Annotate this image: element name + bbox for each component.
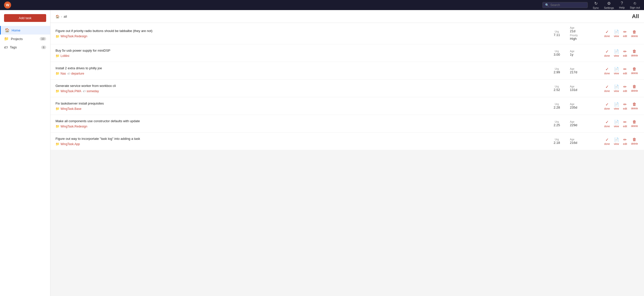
trash-icon: 🗑 <box>632 137 636 142</box>
edit-button[interactable]: ✏ edit <box>622 29 628 38</box>
edit-button[interactable]: ✏ edit <box>622 119 628 128</box>
task-age: Age 131d <box>570 85 600 92</box>
signout-button[interactable]: ⎋ Sign out <box>630 1 640 9</box>
task-row: Figure out way to incorportate "task log… <box>50 133 644 150</box>
edit-icon: ✏ <box>623 67 627 72</box>
edit-button[interactable]: ✏ edit <box>622 137 628 146</box>
task-project-link[interactable]: 📁WingTask.Redesign <box>55 35 87 38</box>
main-content: 🏠 › all All Figure out if priority radio… <box>50 10 644 296</box>
view-button[interactable]: 📄 view <box>613 119 620 128</box>
done-button[interactable]: ✓ done <box>603 84 611 93</box>
view-button[interactable]: 📄 view <box>613 84 620 93</box>
projects-badge: 10 <box>40 37 46 41</box>
task-urgency: Urg 2.25 <box>547 120 567 127</box>
task-actions: ✓ done 📄 view ✏ edit 🗑 delete <box>603 29 639 38</box>
task-row: Buy 5v usb power supply for miniDSP 📁LxM… <box>50 44 644 62</box>
task-meta: 📁WingTask.PWA 🏷someday <box>55 89 544 93</box>
task-meta: 📁WingTask.Base <box>55 107 544 111</box>
task-project-link[interactable]: 📁Nas <box>55 72 66 75</box>
edit-button[interactable]: ✏ edit <box>622 102 628 111</box>
task-title: Figure out if priority radio buttons sho… <box>55 29 544 33</box>
view-button[interactable]: 📄 view <box>613 102 620 111</box>
task-project-link[interactable]: 📁WingTask.Redesign <box>55 124 87 128</box>
done-button[interactable]: ✓ done <box>603 137 611 146</box>
trash-icon: 🗑 <box>632 67 636 71</box>
document-icon: 📄 <box>614 49 619 54</box>
tag-icon: 🏷 <box>67 72 70 75</box>
help-button[interactable]: ? Help <box>619 1 625 9</box>
delete-button[interactable]: 🗑 delete <box>630 29 639 38</box>
view-button[interactable]: 📄 view <box>613 49 620 58</box>
task-title: Make all components use constructor defa… <box>55 119 544 123</box>
trash-icon: 🗑 <box>632 102 636 107</box>
task-row: Make all components use constructor defa… <box>50 115 644 133</box>
delete-button[interactable]: 🗑 delete <box>630 137 639 146</box>
settings-button[interactable]: ⚙ Settings <box>604 1 614 9</box>
search-box[interactable]: 🔍 <box>542 2 588 8</box>
task-title: Generate service worker from workbox cli <box>55 84 544 88</box>
done-button[interactable]: ✓ done <box>603 49 611 58</box>
task-age: Age 217d <box>570 68 600 74</box>
breadcrumb-home[interactable]: 🏠 <box>55 15 60 18</box>
breadcrumb-current: all <box>64 15 67 18</box>
edit-icon: ✏ <box>623 120 627 124</box>
help-icon: ? <box>621 1 623 6</box>
folder-icon: 📁 <box>55 142 60 146</box>
done-button[interactable]: ✓ done <box>603 29 611 38</box>
edit-button[interactable]: ✏ edit <box>622 84 628 93</box>
task-tag[interactable]: 🏷someday <box>83 89 99 93</box>
task-row: Generate service worker from workbox cli… <box>50 80 644 97</box>
task-title: Fix taskdserver install prequisites <box>55 101 544 106</box>
search-input[interactable] <box>550 3 585 7</box>
gear-icon: ⚙ <box>607 1 611 6</box>
task-age: Age 216d <box>570 138 600 145</box>
home-icon: 🏠 <box>5 28 10 32</box>
sidebar-item-tags-label: Tags <box>10 45 17 49</box>
delete-button[interactable]: 🗑 delete <box>630 84 639 93</box>
view-button[interactable]: 📄 view <box>613 29 620 38</box>
checkmark-icon: ✓ <box>605 84 609 89</box>
task-urgency: Urg 2.28 <box>547 103 567 109</box>
task-meta: 📁WingTask.App <box>55 142 544 146</box>
view-button[interactable]: 📄 view <box>613 66 620 75</box>
task-project-link[interactable]: 📁WingTask.App <box>55 142 80 146</box>
document-icon: 📄 <box>614 67 619 72</box>
task-age: Age 235d <box>570 103 600 109</box>
view-button[interactable]: 📄 view <box>613 137 620 146</box>
folder-icon: 📁 <box>55 107 60 111</box>
edit-button[interactable]: ✏ edit <box>622 49 628 58</box>
sidebar-item-tags[interactable]: 🏷 Tags 6 <box>0 43 50 51</box>
task-main: Figure out if priority radio buttons sho… <box>55 29 544 38</box>
task-urgency: Urg 2.18 <box>547 138 567 145</box>
task-project-link[interactable]: 📁WingTask.Base <box>55 107 81 111</box>
delete-button[interactable]: 🗑 delete <box>630 119 639 128</box>
task-main: Generate service worker from workbox cli… <box>55 84 544 93</box>
add-task-button[interactable]: Add task <box>4 14 46 22</box>
checkmark-icon: ✓ <box>605 137 609 142</box>
sidebar-item-home[interactable]: 🏠 Home <box>0 26 50 35</box>
edit-icon: ✏ <box>623 102 627 107</box>
edit-icon: ✏ <box>623 137 627 142</box>
task-project-link[interactable]: 📁LxMini <box>55 54 69 58</box>
sidebar-item-home-label: Home <box>12 28 20 32</box>
task-main: Figure out way to incorportate "task log… <box>55 137 544 146</box>
sidebar-item-projects[interactable]: 📁 Projects 10 <box>0 35 50 43</box>
task-meta: 📁WingTask.Redesign <box>55 35 544 38</box>
projects-icon: 📁 <box>4 37 9 41</box>
sync-button[interactable]: ↻ Sync <box>593 1 599 9</box>
done-button[interactable]: ✓ done <box>603 119 611 128</box>
delete-button[interactable]: 🗑 delete <box>630 102 639 110</box>
done-button[interactable]: ✓ done <box>603 102 611 111</box>
delete-button[interactable]: 🗑 delete <box>630 66 639 75</box>
checkmark-icon: ✓ <box>605 29 609 34</box>
task-tag[interactable]: 🏷departure <box>67 72 84 75</box>
checkmark-icon: ✓ <box>605 49 609 54</box>
task-actions: ✓ done 📄 view ✏ edit 🗑 delete <box>603 137 639 146</box>
done-button[interactable]: ✓ done <box>603 66 611 75</box>
task-project-link[interactable]: 📁WingTask.PWA <box>55 89 81 93</box>
edit-button[interactable]: ✏ edit <box>622 66 628 75</box>
breadcrumb: 🏠 › all All <box>50 10 644 23</box>
edit-icon: ✏ <box>623 29 627 34</box>
tag-icon: 🏷 <box>83 90 86 93</box>
delete-button[interactable]: 🗑 delete <box>630 49 639 57</box>
